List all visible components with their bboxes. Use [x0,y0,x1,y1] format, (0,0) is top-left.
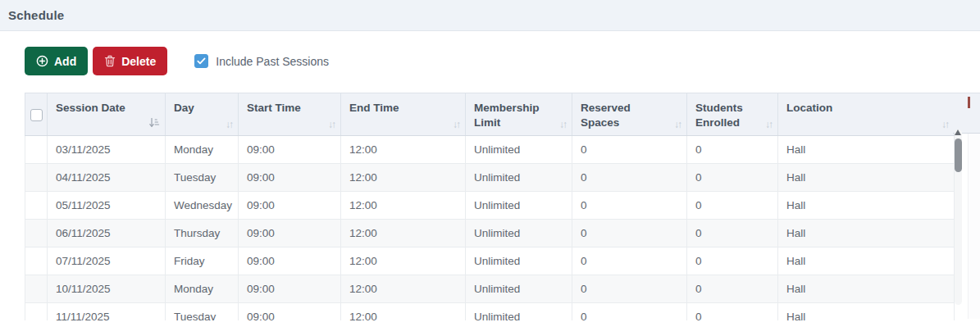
pinned-column-sliver [968,93,980,134]
cell-students-enrolled: 0 [687,192,778,220]
table-row[interactable]: 11/11/2025Tuesday09:0012:00Unlimited00Ha… [25,303,955,320]
select-all-checkbox[interactable] [30,109,43,121]
cell-reserved-spaces: 0 [572,247,687,275]
cell-session-date: 11/11/2025 [48,303,166,320]
trash-icon [104,55,116,67]
column-label: Location [786,102,832,114]
column-label: Membership Limit [474,102,540,129]
cell-students-enrolled: 0 [687,164,778,192]
column-header-day[interactable]: Day↓↑ [166,93,239,136]
row-select-cell[interactable] [25,220,48,247]
column-header-students-enrolled[interactable]: Students Enrolled↓↑ [687,93,778,136]
column-label: End Time [349,102,399,114]
table-row[interactable]: 10/11/2025Monday09:0012:00Unlimited00Hal… [25,275,955,303]
cell-membership-limit: Unlimited [466,247,572,275]
cell-end-time: 12:00 [341,220,466,247]
cell-start-time: 09:00 [239,164,341,192]
cell-membership-limit: Unlimited [466,192,572,220]
table-scrollbar[interactable] [955,129,962,306]
cell-membership-limit: Unlimited [466,220,572,247]
row-select-cell[interactable] [25,275,48,303]
cell-students-enrolled: 0 [687,247,778,275]
pinned-column-mark [968,97,970,108]
table-header-row: Session DateDay↓↑Start Time↓↑End Time↓↑M… [25,93,955,136]
sort-arrows-icon: ↓↑ [226,120,232,129]
cell-location: Hall [778,247,955,275]
cell-day: Monday [166,136,239,164]
cell-day: Tuesday [166,303,239,320]
cell-membership-limit: Unlimited [466,275,572,303]
cell-students-enrolled: 0 [687,136,778,164]
column-header-end-time[interactable]: End Time↓↑ [341,93,466,136]
cell-end-time: 12:00 [341,164,466,192]
row-select-cell[interactable] [25,303,48,320]
sort-arrows-icon: ↓↑ [453,120,459,129]
column-header-membership-limit[interactable]: Membership Limit↓↑ [466,93,572,136]
cell-session-date: 07/11/2025 [48,247,166,275]
pinned-column-body [968,134,980,319]
sort-arrows-icon: ↓↑ [559,120,566,129]
panel-header: Schedule [0,0,980,31]
table-row[interactable]: 04/11/2025Tuesday09:0012:00Unlimited00Ha… [25,164,955,192]
cell-start-time: 09:00 [239,136,341,164]
sort-arrows-icon: ↓↑ [941,120,948,129]
column-header-location[interactable]: Location↓↑ [778,93,955,136]
cell-session-date: 04/11/2025 [48,164,166,192]
cell-reserved-spaces: 0 [572,303,687,320]
table-row[interactable]: 07/11/2025Friday09:0012:00Unlimited00Hal… [25,247,955,275]
cell-membership-limit: Unlimited [466,303,572,320]
cell-location: Hall [778,303,955,320]
cell-start-time: 09:00 [239,247,341,275]
sort-arrows-icon: ↓↑ [674,120,681,129]
row-select-cell[interactable] [25,164,48,192]
column-label: Day [174,102,194,114]
cell-end-time: 12:00 [341,303,466,320]
include-past-sessions-label: Include Past Sessions [216,55,329,68]
page-title: Schedule [8,8,64,22]
row-select-cell[interactable] [25,136,48,164]
cell-reserved-spaces: 0 [572,275,687,303]
column-label: Students Enrolled [695,102,743,129]
schedule-table: Session DateDay↓↑Start Time↓↑End Time↓↑M… [25,93,955,320]
scrollbar-thumb[interactable] [955,138,962,172]
cell-reserved-spaces: 0 [572,192,687,220]
cell-day: Friday [166,247,239,275]
scroll-up-arrow-icon[interactable] [955,129,961,135]
column-header-session-date[interactable]: Session Date [48,93,166,136]
cell-day: Tuesday [166,164,239,192]
include-past-sessions-toggle[interactable]: Include Past Sessions [194,54,329,68]
cell-end-time: 12:00 [341,136,466,164]
row-select-cell[interactable] [25,192,48,220]
table-row[interactable]: 06/11/2025Thursday09:0012:00Unlimited00H… [25,220,955,247]
plus-circle-icon [36,55,48,67]
sort-arrows-icon: ↓↑ [765,120,772,129]
cell-day: Monday [166,275,239,303]
row-select-cell[interactable] [25,247,48,275]
cell-session-date: 05/11/2025 [48,192,166,220]
select-all-header-cell[interactable] [25,93,48,136]
sort-active-icon [148,117,160,130]
cell-end-time: 12:00 [341,275,466,303]
cell-location: Hall [778,192,955,220]
cell-day: Thursday [166,220,239,247]
delete-button[interactable]: Delete [93,47,167,75]
add-button-label: Add [54,55,76,68]
table-row[interactable]: 03/11/2025Monday09:0012:00Unlimited00Hal… [25,136,955,164]
cell-reserved-spaces: 0 [572,164,687,192]
cell-reserved-spaces: 0 [572,136,687,164]
cell-start-time: 09:00 [239,303,341,320]
cell-students-enrolled: 0 [687,303,778,320]
cell-start-time: 09:00 [239,275,341,303]
cell-end-time: 12:00 [341,192,466,220]
column-header-reserved-spaces[interactable]: Reserved Spaces↓↑ [572,93,687,136]
schedule-table-area: Session DateDay↓↑Start Time↓↑End Time↓↑M… [25,93,980,320]
schedule-panel: Schedule Add Delete Include Past Sessio [0,0,980,320]
table-row[interactable]: 05/11/2025Wednesday09:0012:00Unlimited00… [25,192,955,220]
cell-session-date: 06/11/2025 [48,220,166,247]
add-button[interactable]: Add [25,47,88,75]
delete-button-label: Delete [121,55,156,68]
cell-start-time: 09:00 [239,192,341,220]
column-label: Session Date [56,102,125,114]
include-past-sessions-checkbox[interactable] [194,54,208,68]
column-header-start-time[interactable]: Start Time↓↑ [239,93,341,136]
